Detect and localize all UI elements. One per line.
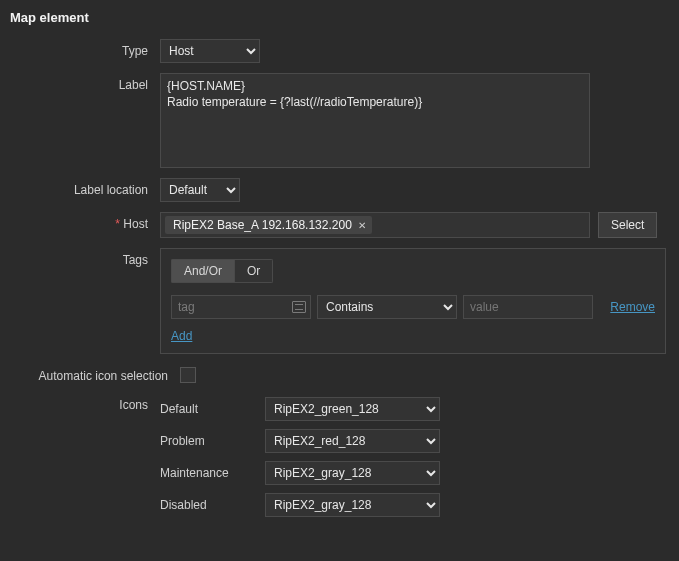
select-icon-maintenance[interactable]: RipEX2_gray_128 bbox=[265, 461, 440, 485]
tag-name-placeholder: tag bbox=[178, 300, 195, 314]
keyboard-icon[interactable] bbox=[292, 301, 306, 313]
select-icon-disabled[interactable]: RipEX2_gray_128 bbox=[265, 493, 440, 517]
select-label-location[interactable]: Default bbox=[160, 178, 240, 202]
label-icons: Icons bbox=[10, 393, 160, 412]
select-icon-problem[interactable]: RipEX2_red_128 bbox=[265, 429, 440, 453]
host-chip-text: RipEX2 Base_A 192.168.132.200 bbox=[173, 218, 352, 232]
row-icons: Icons Default RipEX2_green_128 Problem R… bbox=[10, 393, 669, 525]
select-icon-default[interactable]: RipEX2_green_128 bbox=[265, 397, 440, 421]
icon-row-problem: Problem RipEX2_red_128 bbox=[160, 429, 440, 453]
row-auto-icon: Automatic icon selection bbox=[10, 364, 669, 383]
icons-block: Default RipEX2_green_128 Problem RipEX2_… bbox=[160, 397, 669, 525]
icon-row-disabled: Disabled RipEX2_gray_128 bbox=[160, 493, 440, 517]
host-chip[interactable]: RipEX2 Base_A 192.168.132.200 ✕ bbox=[165, 216, 372, 234]
tag-row: tag Contains Remove bbox=[171, 295, 655, 319]
tag-name-input[interactable]: tag bbox=[171, 295, 311, 319]
row-label: Label bbox=[10, 73, 669, 168]
label-label: Label bbox=[10, 73, 160, 92]
label-tags: Tags bbox=[10, 248, 160, 267]
tags-eval-segmented: And/Or Or bbox=[171, 259, 273, 283]
close-icon[interactable]: ✕ bbox=[358, 220, 366, 231]
tags-box: And/Or Or tag Contains Remove Add bbox=[160, 248, 666, 354]
icon-label-maintenance: Maintenance bbox=[160, 466, 265, 480]
icon-label-default: Default bbox=[160, 402, 265, 416]
form-map-element: Map element Type Host Label Label locati… bbox=[0, 0, 679, 545]
label-host: Host bbox=[10, 212, 160, 231]
label-type: Type bbox=[10, 39, 160, 58]
row-type: Type Host bbox=[10, 39, 669, 63]
tag-value-input[interactable] bbox=[463, 295, 593, 319]
add-tag-link[interactable]: Add bbox=[171, 329, 192, 343]
seg-or-button[interactable]: Or bbox=[235, 259, 273, 283]
textarea-label[interactable] bbox=[160, 73, 590, 168]
seg-andor-button[interactable]: And/Or bbox=[171, 259, 235, 283]
row-label-location: Label location Default bbox=[10, 178, 669, 202]
host-multiselect[interactable]: RipEX2 Base_A 192.168.132.200 ✕ bbox=[160, 212, 590, 238]
label-auto-icon: Automatic icon selection bbox=[10, 364, 180, 383]
icon-row-maintenance: Maintenance RipEX2_gray_128 bbox=[160, 461, 440, 485]
row-host: Host RipEX2 Base_A 192.168.132.200 ✕ Sel… bbox=[10, 212, 669, 238]
icon-row-default: Default RipEX2_green_128 bbox=[160, 397, 440, 421]
icon-label-problem: Problem bbox=[160, 434, 265, 448]
select-host-button[interactable]: Select bbox=[598, 212, 657, 238]
select-type[interactable]: Host bbox=[160, 39, 260, 63]
row-tags: Tags And/Or Or tag Contains Remove bbox=[10, 248, 669, 354]
select-tag-operator[interactable]: Contains bbox=[317, 295, 457, 319]
label-label-location: Label location bbox=[10, 178, 160, 197]
section-title: Map element bbox=[10, 6, 669, 39]
icon-label-disabled: Disabled bbox=[160, 498, 265, 512]
remove-tag-link[interactable]: Remove bbox=[610, 300, 655, 314]
checkbox-auto-icon[interactable] bbox=[180, 367, 196, 383]
